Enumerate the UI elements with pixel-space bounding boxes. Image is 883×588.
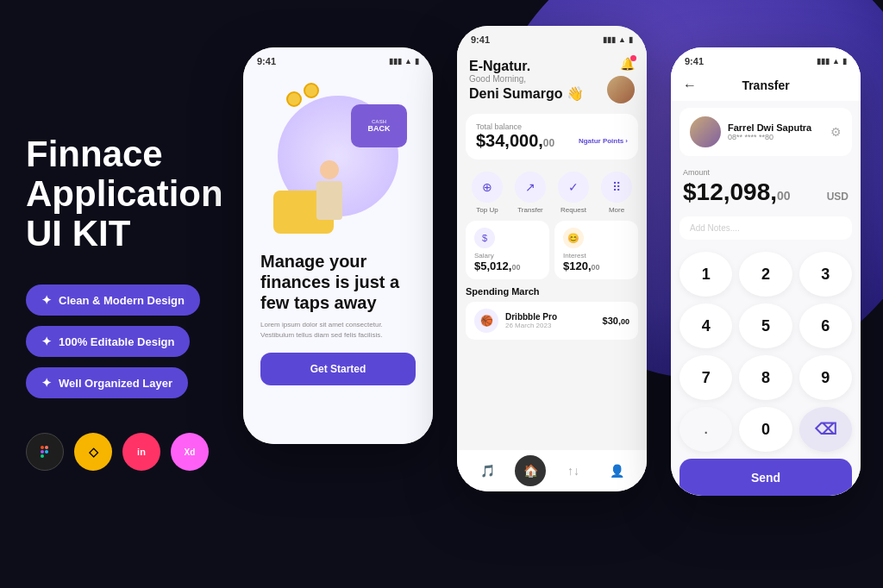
svg-rect-1	[41, 450, 44, 454]
request-label: Request	[560, 206, 586, 214]
feature-label-editable: 100% Editable Design	[59, 335, 174, 348]
send-button[interactable]: Send	[679, 459, 852, 496]
onboard-subtitle: Lorem ipsum dolor sit amet consectetur. …	[260, 320, 416, 341]
nav-chart[interactable]: ↑↓	[558, 455, 589, 486]
spending-section: Spending March 🏀 Dribbble Pro 26 March 2…	[457, 286, 647, 340]
ngatur-points-label: Ngatur Points	[579, 137, 623, 145]
salary-icon: $	[474, 228, 495, 248]
num-8[interactable]: 8	[739, 355, 792, 400]
phone3-inner: 9:41 ▮▮▮ ▲ ▮ ← Transfer Farrel Dwi Saput…	[671, 47, 861, 496]
back-button[interactable]: ←	[683, 78, 697, 93]
more-icon: ⠿	[601, 172, 632, 203]
num-0[interactable]: 0	[739, 407, 792, 452]
salary-main: $5,012,	[474, 260, 511, 272]
edit-icon: ✦	[41, 335, 52, 348]
ngatur-points[interactable]: Ngatur Points ›	[579, 137, 628, 145]
salary-cents: 00	[511, 263, 520, 272]
transfer-header: ← Transfer	[671, 70, 861, 101]
spending-amount-main: $30,	[603, 316, 621, 326]
num-5[interactable]: 5	[739, 303, 792, 348]
title-line2: Application	[26, 173, 223, 214]
svg-point-4	[45, 450, 48, 454]
signal-icon: ▮▮▮	[817, 57, 830, 66]
phone3-mockup: 9:41 ▮▮▮ ▲ ▮ ← Transfer Farrel Dwi Saput…	[671, 47, 861, 496]
spending-item-info: Dribbble Pro 26 March 2023	[505, 312, 557, 329]
num-4[interactable]: 4	[679, 303, 732, 348]
chart-icon: ↑↓	[567, 464, 579, 478]
feature-badge-clean[interactable]: ✦ Clean & Modern Design	[26, 285, 200, 316]
xd-icon[interactable]: Xd	[171, 433, 209, 471]
phone3-status-bar: 9:41 ▮▮▮ ▲ ▮	[671, 47, 861, 70]
balance-label: Total balance	[476, 122, 628, 131]
wifi-icon: ▲	[618, 35, 626, 44]
notification-bell[interactable]: 🔔	[620, 57, 635, 71]
notes-input[interactable]: Add Notes....	[679, 216, 852, 240]
spending-item-date: 26 March 2023	[505, 322, 557, 329]
onboard-title: Manage your finances is just a few taps …	[260, 251, 416, 313]
svg-rect-3	[45, 446, 48, 449]
spending-item-left: 🏀 Dribbble Pro 26 March 2023	[474, 309, 557, 333]
num-3[interactable]: 3	[799, 252, 852, 297]
currency-label: USD	[827, 191, 849, 203]
action-more[interactable]: ⠿ More	[601, 172, 632, 214]
user-avatar[interactable]	[607, 76, 635, 103]
spending-item-dribbble[interactable]: 🏀 Dribbble Pro 26 March 2023 $30,00	[466, 302, 638, 340]
num-9[interactable]: 9	[799, 355, 852, 400]
salary-label: Salary	[474, 252, 541, 260]
dashboard-username: Deni Sumargo 👋	[469, 85, 584, 102]
transfer-title: Transfer	[742, 78, 789, 92]
action-transfer[interactable]: ↗ Transfer	[515, 172, 546, 214]
num-7[interactable]: 7	[679, 355, 732, 400]
phone1-status-bar: 9:41 ▮▮▮ ▲ ▮	[243, 47, 433, 70]
action-topup[interactable]: ⊕ Top Up	[472, 172, 503, 214]
illus-person-head	[320, 160, 339, 179]
phone1-mockup: 9:41 ▮▮▮ ▲ ▮ CASH BACK Manage yo	[243, 47, 433, 444]
feature-badge-organized[interactable]: ✦ Well Organized Layer	[26, 367, 188, 398]
salary-amount: $5,012,00	[474, 260, 541, 272]
spending-item-amount: $30,00	[603, 316, 629, 326]
phone3-time: 9:41	[685, 56, 704, 66]
profile-icon: 👤	[610, 464, 624, 478]
nav-profile[interactable]: 👤	[601, 455, 632, 486]
topup-label: Top Up	[476, 206, 498, 214]
nav-spotify[interactable]: 🎵	[472, 455, 503, 486]
app-name: E-Ngatur.	[469, 59, 584, 74]
delete-button[interactable]: ⌫	[799, 407, 852, 452]
signal-icon: ▮▮▮	[389, 57, 402, 66]
layers-icon: ✦	[41, 376, 52, 390]
salary-card: $ Salary $5,012,00	[466, 221, 549, 279]
settings-icon[interactable]: ⚙	[830, 125, 842, 139]
feature-badge-editable[interactable]: ✦ 100% Editable Design	[26, 326, 190, 357]
spending-title: Spending March	[466, 286, 638, 297]
num-1[interactable]: 1	[679, 252, 732, 297]
interest-cents: 00	[592, 263, 600, 272]
sketch-icon[interactable]: ◇	[74, 433, 112, 471]
balance-main: $34,000,	[476, 131, 543, 150]
dashboard-right-icons: 🔔	[607, 57, 635, 103]
battery-icon: ▮	[629, 35, 633, 44]
amount-row: $12,098,00 USD	[683, 178, 849, 206]
invision-icon[interactable]: in	[122, 433, 160, 471]
nav-home[interactable]: 🏠	[515, 455, 546, 486]
num-dot[interactable]: .	[679, 407, 732, 452]
num-2[interactable]: 2	[739, 252, 792, 297]
more-label: More	[609, 206, 624, 214]
get-started-button[interactable]: Get Started	[260, 353, 416, 385]
dribbble-icon: 🏀	[474, 309, 498, 333]
app-name-col: E-Ngatur. Good Morning, Deni Sumargo 👋	[469, 59, 584, 102]
phone2-inner: 9:41 ▮▮▮ ▲ ▮ E-Ngatur. Good Morning, Den…	[457, 26, 647, 491]
balance-card: Total balance $34,000,00 Ngatur Points ›	[466, 114, 638, 160]
recipient-name: Farrel Dwi Saputra	[728, 122, 811, 133]
action-request[interactable]: ✓ Request	[558, 172, 589, 214]
dashboard-user-row: E-Ngatur. Good Morning, Deni Sumargo 👋 🔔	[469, 57, 635, 103]
recipient-card[interactable]: Farrel Dwi Saputra 08** **** **80 ⚙	[679, 108, 852, 156]
figma-icon[interactable]	[26, 433, 64, 471]
battery-icon: ▮	[842, 57, 847, 66]
phone1-text: Manage your finances is just a few taps …	[243, 251, 433, 353]
home-button[interactable]: 🏠	[515, 455, 546, 486]
illus-coin2	[304, 83, 319, 98]
battery-icon: ▮	[415, 57, 419, 66]
num-6[interactable]: 6	[799, 303, 852, 348]
transfer-label: Transfer	[517, 206, 543, 214]
phone1-status-icons: ▮▮▮ ▲ ▮	[389, 57, 419, 66]
